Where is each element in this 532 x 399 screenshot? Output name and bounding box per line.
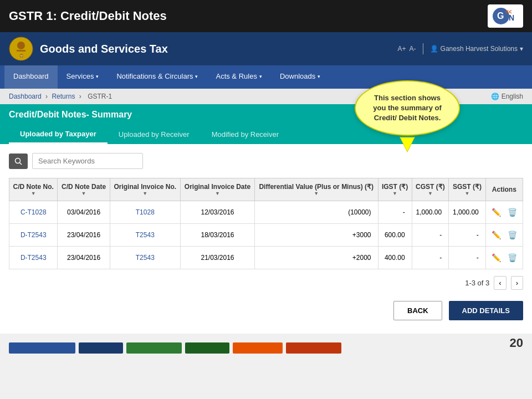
cell-invoice-date-2: 21/03/2016 [180, 247, 254, 269]
sort-cgst[interactable]: ▼ [416, 191, 446, 196]
svg-text:🦁: 🦁 [19, 54, 24, 58]
sort-invoice-date[interactable]: ▼ [184, 191, 251, 196]
prev-page-btn[interactable]: ‹ [494, 276, 506, 290]
header-left: 🦁 Goods and Services Tax [9, 37, 168, 61]
section-title: Credit/Debit Notes- Summary [9, 110, 132, 119]
page-title: GSTR 1: Credit/Debit Notes [9, 9, 167, 23]
breadcrumb-returns[interactable]: Returns [52, 93, 75, 100]
gsn-logo: G << N [490, 6, 521, 26]
cell-cgst-2: - [412, 247, 449, 269]
table-row: D-T2543 23/04/2016 T2543 21/03/2016 +200… [9, 247, 523, 269]
font-controls: A+ A- [398, 45, 416, 53]
bottom-buttons: BACK ADD DETAILS [9, 296, 523, 325]
search-icon [14, 157, 22, 165]
svg-point-5 [17, 42, 25, 49]
cell-igst-0: - [378, 201, 412, 224]
delete-btn-1[interactable]: 🗑️ [505, 229, 519, 241]
cell-differential-2: +2000 [255, 247, 378, 269]
table-header-row: C/D Note No. ▼ C/D Note Date ▼ Original … [9, 178, 523, 201]
cell-cgst-0: 1,000.00 [412, 201, 449, 224]
col-invoice-no: Original Invoice No. ▼ [110, 178, 180, 201]
breadcrumb: Dashboard › Returns › GSTR-1 [9, 93, 114, 100]
logo-container: G << N [488, 4, 523, 28]
add-details-button[interactable]: ADD DETAILS [449, 301, 523, 320]
cell-actions-0: ✏️ 🗑️ [485, 201, 523, 224]
cell-invoice-date-0: 12/03/2016 [180, 201, 254, 224]
invoice-no-link-1[interactable]: T2543 [136, 231, 155, 239]
note-no-link-1[interactable]: D-T2543 [21, 231, 47, 239]
back-button[interactable]: BACK [393, 301, 442, 320]
user-icon: 👤 [430, 45, 438, 53]
top-bar: GSTR 1: Credit/Debit Notes G << N [0, 0, 532, 32]
nav-downloads[interactable]: Downloads ▾ [271, 65, 329, 89]
data-table: C/D Note No. ▼ C/D Note Date ▼ Original … [9, 178, 523, 269]
nav-services[interactable]: Services ▾ [58, 65, 108, 89]
svg-marker-11 [401, 138, 414, 151]
invoice-no-link-0[interactable]: T1028 [136, 208, 155, 216]
arrow-down-icon [397, 137, 417, 152]
delete-btn-0[interactable]: 🗑️ [505, 207, 519, 218]
services-chevron: ▾ [96, 74, 99, 79]
sort-invoice-no[interactable]: ▼ [114, 191, 177, 196]
font-increase-btn[interactable]: A+ [398, 45, 406, 53]
cell-note-date-0: 03/04/2016 [58, 201, 110, 224]
edit-btn-0[interactable]: ✏️ [489, 207, 503, 218]
sort-igst[interactable]: ▼ [382, 191, 408, 196]
header-bar: 🦁 Goods and Services Tax A+ A- 👤 Ganesh … [0, 32, 532, 65]
svg-rect-6 [17, 50, 25, 52]
cell-sgst-1: - [449, 224, 486, 247]
breadcrumb-dashboard[interactable]: Dashboard [9, 93, 42, 100]
svg-line-9 [20, 162, 22, 165]
table-row: D-T2543 23/04/2016 T2543 18/03/2016 +300… [9, 224, 523, 247]
note-no-link-0[interactable]: C-T1028 [21, 208, 47, 216]
cell-note-date-2: 23/04/2016 [58, 247, 110, 269]
color-segment-1 [79, 342, 123, 354]
cell-igst-1: 600.00 [378, 224, 412, 247]
cell-actions-2: ✏️ 🗑️ [485, 247, 523, 269]
delete-btn-2[interactable]: 🗑️ [505, 252, 519, 263]
header-divider [423, 43, 423, 54]
tooltip-bubble: This section shows you the summary of Cr… [355, 80, 460, 136]
sort-sgst[interactable]: ▼ [452, 191, 482, 196]
svg-text:G: G [497, 11, 504, 21]
sort-note-date[interactable]: ▼ [61, 191, 106, 196]
svg-text:N: N [509, 13, 514, 22]
next-page-btn[interactable]: › [511, 276, 523, 290]
edit-btn-2[interactable]: ✏️ [489, 252, 503, 263]
nav-acts[interactable]: Acts & Rules ▾ [207, 65, 270, 89]
search-input[interactable] [32, 153, 143, 169]
color-segment-0 [9, 342, 75, 354]
tooltip-container: This section shows you the summary of Cr… [355, 80, 460, 152]
tab-modified-receiver[interactable]: Modified by Receiver [201, 126, 290, 144]
cell-note-no-1: D-T2543 [9, 224, 58, 247]
language-selector[interactable]: 🌐 English [491, 93, 523, 100]
tab-uploaded-receiver[interactable]: Uploaded by Receiver [108, 126, 201, 144]
page-info: 1-3 of 3 [465, 279, 489, 287]
cell-differential-1: +3000 [255, 224, 378, 247]
tab-uploaded-taxpayer[interactable]: Uploaded by Taxpayer [9, 125, 108, 144]
nav-notifications[interactable]: Notifications & Circulars ▾ [108, 65, 207, 89]
nav-dashboard[interactable]: Dashboard [4, 65, 58, 89]
invoice-no-link-2[interactable]: T2543 [136, 254, 155, 262]
search-button[interactable] [9, 154, 28, 169]
user-name: Ganesh Harvest Solutions [441, 45, 518, 53]
user-menu[interactable]: 👤 Ganesh Harvest Solutions ▾ [430, 45, 523, 53]
cell-sgst-0: 1,000.00 [449, 201, 486, 224]
breadcrumb-current: GSTR-1 [88, 93, 112, 100]
cell-note-no-0: C-T1028 [9, 201, 58, 224]
pagination-row: 1-3 of 3 ‹ › [9, 269, 523, 296]
sort-note-no[interactable]: ▼ [13, 191, 54, 196]
svg-point-8 [16, 158, 21, 163]
edit-btn-1[interactable]: ✏️ [489, 229, 503, 241]
cell-invoice-no-0: T1028 [110, 201, 180, 224]
col-actions: Actions [485, 178, 523, 201]
note-no-link-2[interactable]: D-T2543 [21, 254, 47, 262]
cell-igst-2: 400.00 [378, 247, 412, 269]
font-decrease-btn[interactable]: A- [410, 45, 416, 53]
sort-differential[interactable]: ▼ [258, 191, 375, 196]
col-differential: Differential Value (Plus or Minus) (₹) ▼ [255, 178, 378, 201]
acts-chevron: ▾ [259, 74, 262, 79]
cell-actions-1: ✏️ 🗑️ [485, 224, 523, 247]
user-chevron: ▾ [520, 45, 523, 53]
tooltip-arrow [355, 137, 460, 152]
